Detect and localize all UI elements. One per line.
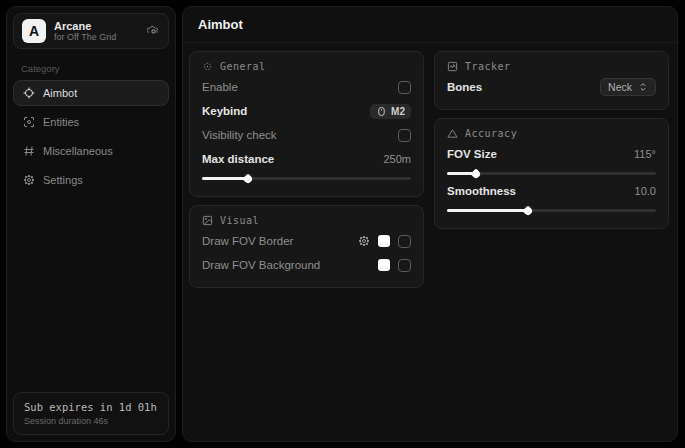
visibility-checkbox[interactable]	[398, 129, 411, 142]
fov-border-checkbox[interactable]	[398, 235, 411, 248]
slider-thumb[interactable]	[242, 173, 253, 184]
sidebar-nav: Aimbot Entities Miscellaneous Settings	[7, 80, 175, 193]
sidebar-item-entities[interactable]: Entities	[13, 109, 169, 135]
sidebar-item-label: Entities	[43, 116, 79, 128]
sidebar-item-aimbot[interactable]: Aimbot	[13, 80, 169, 106]
keybind-row: Keybind M2	[202, 100, 411, 122]
bones-label: Bones	[447, 81, 482, 93]
fov-border-label: Draw FOV Border	[202, 235, 293, 247]
fov-size-row: FOV Size 115°	[447, 143, 656, 165]
max-distance-row: Max distance 250m	[202, 148, 411, 170]
card-title: Tracker	[465, 61, 511, 72]
entities-icon	[23, 116, 35, 128]
accuracy-card: Accuracy FOV Size 115° Smoothness 10.0	[434, 118, 669, 229]
fov-background-checkbox[interactable]	[398, 259, 411, 272]
fov-background-row: Draw FOV Background	[202, 254, 411, 276]
fov-background-color-swatch[interactable]	[378, 259, 390, 271]
fov-size-label: FOV Size	[447, 148, 497, 160]
sidebar-item-settings[interactable]: Settings	[13, 167, 169, 193]
general-card: General Enable Keybind M2 V	[189, 51, 424, 197]
visibility-label: Visibility check	[202, 129, 277, 141]
bones-value: Neck	[608, 81, 632, 93]
fov-border-color-swatch[interactable]	[378, 235, 390, 247]
fov-border-row: Draw FOV Border	[202, 230, 411, 252]
card-title: General	[220, 61, 266, 72]
fov-background-label: Draw FOV Background	[202, 259, 320, 271]
sidebar: A Arcane for Off The Grid Category Aimbo…	[6, 6, 176, 442]
smoothness-label: Smoothness	[447, 185, 516, 197]
card-title: Accuracy	[465, 128, 517, 139]
profile-card: A Arcane for Off The Grid	[13, 13, 169, 49]
fov-size-slider[interactable]	[447, 172, 656, 175]
fov-size-value: 115°	[634, 148, 656, 160]
sidebar-item-miscellaneous[interactable]: Miscellaneous	[13, 138, 169, 164]
slider-thumb[interactable]	[523, 205, 534, 216]
bones-dropdown[interactable]: Neck	[600, 78, 656, 96]
slider-thumb[interactable]	[470, 168, 481, 179]
crosshair-icon	[202, 61, 213, 72]
category-label: Category	[21, 63, 175, 74]
max-distance-slider[interactable]	[202, 177, 411, 180]
main-header: Aimbot	[183, 7, 677, 43]
triangle-icon	[447, 128, 458, 139]
miscellaneous-icon	[23, 145, 35, 157]
visibility-row: Visibility check	[202, 124, 411, 146]
mouse-icon	[376, 106, 387, 117]
sidebar-item-label: Settings	[43, 174, 83, 186]
tracker-icon	[447, 61, 458, 72]
image-icon	[202, 215, 213, 226]
session-duration: Session duration 46s	[24, 416, 158, 426]
chevrons-up-down-icon	[638, 82, 648, 92]
max-distance-value: 250m	[383, 153, 411, 165]
subscription-expiry: Sub expires in 1d 01h	[24, 401, 158, 413]
max-distance-label: Max distance	[202, 153, 274, 165]
enable-label: Enable	[202, 81, 238, 93]
enable-row: Enable	[202, 76, 411, 98]
crosshair-icon	[23, 87, 35, 99]
smoothness-row: Smoothness 10.0	[447, 180, 656, 202]
main-panel: Aimbot General Enable Keybind	[182, 6, 678, 442]
visual-card: Visual Draw FOV Border Draw FOV Backgrou…	[189, 205, 424, 288]
enable-checkbox[interactable]	[398, 81, 411, 94]
tracker-card: Tracker Bones Neck	[434, 51, 669, 110]
smoothness-value: 10.0	[635, 185, 656, 197]
app-name: Arcane	[54, 20, 139, 33]
subscription-card: Sub expires in 1d 01h Session duration 4…	[13, 392, 169, 435]
keybind-button[interactable]: M2	[370, 104, 411, 119]
app-subtitle: for Off The Grid	[54, 32, 139, 42]
sidebar-item-label: Miscellaneous	[43, 145, 113, 157]
app-logo: A	[22, 19, 46, 43]
bones-row: Bones Neck	[447, 76, 656, 98]
sidebar-item-label: Aimbot	[43, 87, 77, 99]
page-title: Aimbot	[198, 17, 243, 32]
gear-icon[interactable]	[358, 235, 370, 247]
smoothness-slider[interactable]	[447, 209, 656, 212]
gear-icon	[23, 174, 35, 186]
gear-icon[interactable]	[147, 25, 160, 38]
keybind-label: Keybind	[202, 105, 247, 117]
keybind-value: M2	[391, 106, 405, 117]
card-title: Visual	[220, 215, 259, 226]
